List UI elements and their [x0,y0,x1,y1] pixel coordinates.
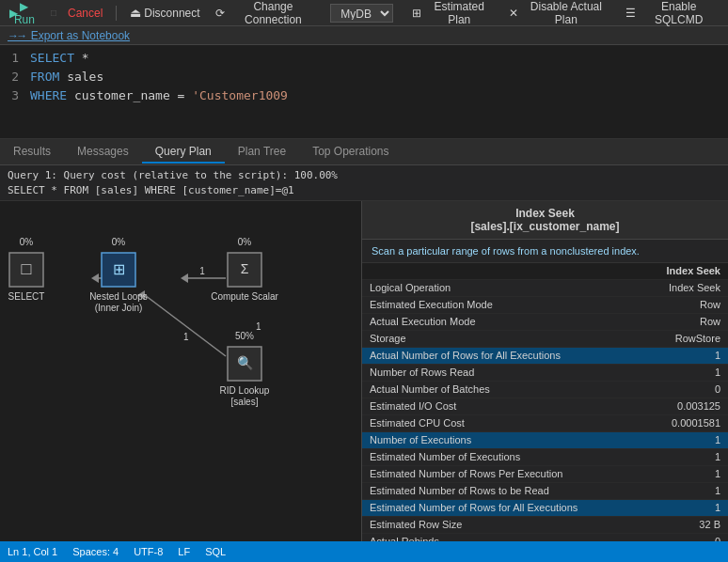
export-bar[interactable]: → → Export as Notebook [0,26,728,45]
detail-row: Estimated Number of Rows to be Read1 [362,483,728,500]
line-num-1: 1 [0,49,30,68]
detail-row: Estimated I/O Cost0.003125 [362,398,728,415]
detail-row: Estimated Number of Executions1 [362,449,728,466]
svg-text:(Inner Join): (Inner Join) [95,303,143,313]
code-content-1: SELECT * [30,49,89,68]
disconnect-label: Disconnect [144,7,199,20]
tab-top-operations[interactable]: Top Operations [299,141,402,164]
code-editor[interactable]: 1 SELECT * 2 FROM sales 3 WHERE customer… [0,45,728,139]
detail-row: Actual Number of Batches0 [362,382,728,398]
svg-text:0%: 0% [20,237,34,247]
svg-text:Compute Scalar: Compute Scalar [211,291,278,302]
cancel-label: Cancel [68,7,103,20]
line-ending-status: LF [178,546,190,557]
code-condition: customer_name = [74,88,192,102]
line-num-2: 2 [0,68,30,86]
export-label: → Export as Notebook [16,29,130,42]
disable-actual-button[interactable]: ✕ Disable Actual Plan [505,0,614,28]
enable-sqlcmd-icon: ☰ [625,7,636,20]
code-content-2: FROM sales [30,68,103,86]
detail-row: Estimated Number of Rows for All Executi… [362,500,728,517]
query-info-line1: Query 1: Query cost (relative to the scr… [8,168,338,182]
kw-select: SELECT [30,51,74,65]
svg-text:□: □ [22,259,32,278]
details-col-header-value: Index Seek [634,263,728,279]
details-header: Index Seek [sales].[ix_customer_name] [362,201,728,240]
toolbar: ▶ ▶ Run □ Cancel ⏏ Disconnect ⟳ Change C… [0,0,728,26]
svg-text:0%: 0% [238,237,252,247]
cancel-button[interactable]: Cancel [64,5,106,22]
plan-svg: 1 1 1 0% □ SELECT 0% ⊞ Nested Loops [0,201,320,483]
code-line-2: 2 FROM sales [0,68,728,86]
result-tabs: Results Messages Query Plan Plan Tree To… [0,139,728,165]
svg-text:0%: 0% [112,237,126,247]
tab-query-plan[interactable]: Query Plan [142,141,225,164]
detail-rows-container: Logical OperationIndex SeekEstimated Exe… [362,280,728,541]
toolbar-sep1: □ [51,8,56,18]
estimated-plan-icon: ⊞ [412,7,421,20]
plan-canvas[interactable]: 1 1 1 0% □ SELECT 0% ⊞ Nested Loops [0,201,361,541]
select-node: 0% □ SELECT [8,237,45,302]
rid-lookup-node: 50% 🔍 RID Lookup [sales] 1 [220,321,270,407]
svg-text:1: 1 [183,332,189,342]
disconnect-icon: ⏏ [130,6,141,20]
tab-plan-tree[interactable]: Plan Tree [225,141,299,164]
tab-messages[interactable]: Messages [64,141,142,164]
encoding-status: UTF-8 [134,546,163,557]
detail-row: StorageRowStore [362,331,728,348]
ln-col-status: Ln 1, Col 1 [8,546,57,557]
tab-results[interactable]: Results [0,141,64,164]
status-bar: Ln 1, Col 1 Spaces: 4 UTF-8 LF SQL [0,541,728,562]
change-connection-button[interactable]: ⟳ Change Connection [212,0,324,28]
svg-marker-4 [91,273,99,283]
detail-row: Estimated CPU Cost0.0001581 [362,415,728,432]
svg-line-6 [145,295,226,356]
query-info-bar: Query 1: Query cost (relative to the scr… [0,165,728,201]
code-line-1: 1 SELECT * [0,49,728,68]
disable-actual-label: Disable Actual Plan [521,0,610,26]
details-col-header: Index Seek [362,263,728,280]
code-content-3: WHERE customer_name = 'Customer1009 [30,86,288,105]
run-label: ▶ Run [9,0,40,26]
svg-text:🔍: 🔍 [237,355,254,371]
detail-row: Number of Rows Read1 [362,365,728,382]
svg-text:Σ: Σ [241,261,249,276]
detail-row: Actual Execution ModeRow [362,314,728,331]
svg-text:SELECT: SELECT [8,291,45,302]
estimated-plan-button[interactable]: ⊞ Estimated Plan [408,0,498,28]
database-select[interactable]: MyDB [330,4,393,23]
details-panel[interactable]: Index Seek [sales].[ix_customer_name] Sc… [361,201,728,541]
svg-text:50%: 50% [235,331,254,341]
sep1 [116,6,117,21]
disconnect-button[interactable]: ⏏ Disconnect [126,4,203,22]
code-line-3: 3 WHERE customer_name = 'Customer1009 [0,86,728,105]
spaces-status: Spaces: 4 [72,546,119,557]
detail-row: Estimated Execution ModeRow [362,297,728,314]
svg-text:1: 1 [256,321,261,332]
detail-row: Actual Number of Rows for All Executions… [362,348,728,365]
code-string-val: 'Customer1009 [192,88,288,102]
main-content: 1 1 1 0% □ SELECT 0% ⊞ Nested Loops [0,201,728,541]
svg-text:⊞: ⊞ [113,261,125,277]
line-num-3: 3 [0,86,30,105]
details-description: Scan a particular range of rows from a n… [362,240,728,263]
svg-text:RID Lookup: RID Lookup [220,385,270,396]
language-status: SQL [205,546,226,557]
code-table: sales [67,70,103,84]
svg-text:[sales]: [sales] [231,397,259,407]
detail-row: Actual Rebinds0 [362,534,728,541]
svg-text:Nested Loops: Nested Loops [89,291,148,302]
compute-scalar-node: 0% Σ Compute Scalar [211,237,278,302]
detail-row: Logical OperationIndex Seek [362,280,728,297]
code-star: * [82,51,89,65]
kw-where: WHERE [30,88,67,102]
svg-text:1: 1 [199,266,205,276]
run-button[interactable]: ▶ ▶ Run [6,0,43,28]
enable-sqlcmd-label: Enable SQLCMD [639,0,719,26]
disable-icon: ✕ [509,7,518,20]
query-info-line2: SELECT * FROM [sales] WHERE [customer_na… [8,183,338,197]
detail-row: Number of Executions1 [362,432,728,449]
svg-marker-1 [181,273,188,283]
enable-sqlcmd-button[interactable]: ☰ Enable SQLCMD [622,0,722,28]
kw-from: FROM [30,70,59,84]
